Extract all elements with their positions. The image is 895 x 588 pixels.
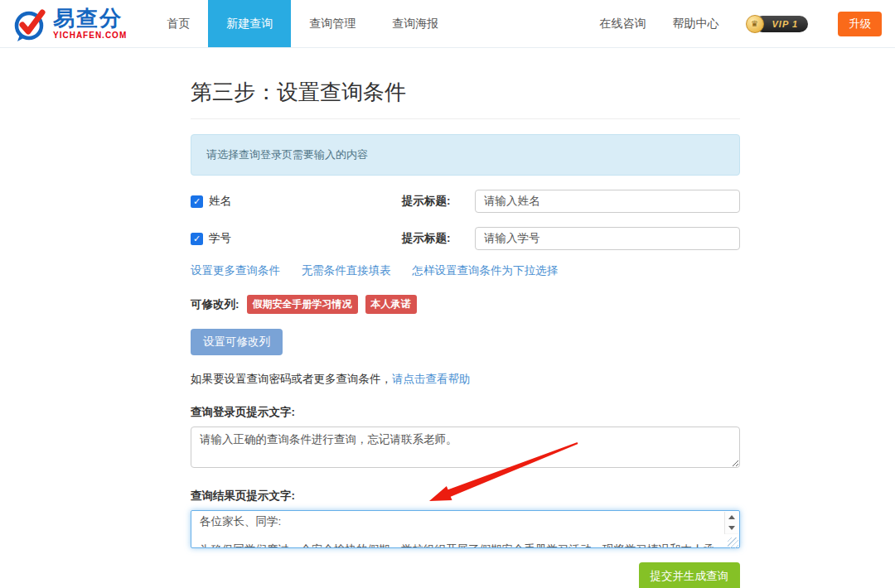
help-line-text: 如果要设置查询密码或者更多查询条件， (191, 373, 392, 385)
no-condition-link[interactable]: 无需条件直接填表 (302, 264, 391, 277)
editable-columns-label: 可修改列: (191, 297, 239, 312)
info-alert: 请选择查询登录页需要输入的内容 (191, 134, 740, 176)
yichafen-logo-icon (12, 5, 48, 43)
nav-item-query-poster[interactable]: 查询海报 (374, 0, 457, 47)
brand-name: 易查分 (53, 7, 127, 29)
nav-item-query-manage[interactable]: 查询管理 (291, 0, 374, 47)
brand-logo[interactable]: 易查分 YICHAFEN.COM (0, 0, 135, 47)
main-nav: 首页 新建查询 查询管理 查询海报 (148, 0, 457, 47)
nav-item-home[interactable]: 首页 (148, 0, 208, 47)
upgrade-button[interactable]: 升级 (838, 12, 882, 36)
header-right: 在线咨询 帮助中心 VIP 1 ♛ 升级 (600, 0, 895, 47)
scroll-up-icon (728, 515, 735, 519)
help-center-link[interactable]: 帮助中心 (673, 17, 719, 31)
editable-columns-row: 可修改列: 假期安全手册学习情况 本人承诺 (191, 295, 740, 314)
set-editable-columns-button[interactable]: 设置可修改列 (191, 329, 283, 355)
login-hint-textarea[interactable]: 请输入正确的查询条件进行查询，忘记请联系老师。 (191, 427, 740, 468)
scroll-down-button[interactable] (725, 523, 738, 533)
view-help-link[interactable]: 请点击查看帮助 (392, 373, 471, 385)
scroll-up-button[interactable] (725, 512, 738, 523)
name-checkbox[interactable]: ✓ (191, 195, 203, 208)
submit-generate-button[interactable]: 提交并生成查询 (639, 562, 741, 588)
textarea-scrollbar[interactable] (724, 512, 738, 534)
result-hint-textarea[interactable]: 各位家长、同学: 为确保同学们度过一个安全愉快的假期，学校组织开展了假期安全手册… (191, 510, 740, 548)
page-title: 第三步：设置查询条件 (191, 78, 740, 119)
scroll-down-icon (728, 526, 735, 530)
condition-row-name: ✓ 姓名 提示标题: (191, 190, 740, 213)
vip-level-label: VIP 1 (772, 19, 799, 29)
vip-badge[interactable]: VIP 1 ♛ (746, 15, 809, 33)
student-id-checkbox-label: 学号 (209, 231, 231, 246)
hint-title-label: 提示标题: (402, 231, 475, 246)
hint-title-label: 提示标题: (402, 194, 475, 209)
result-hint-textarea-wrap: 各位家长、同学: 为确保同学们度过一个安全愉快的假期，学校组织开展了假期安全手册… (191, 510, 740, 551)
brand-domain: YICHAFEN.COM (53, 31, 127, 40)
result-hint-label: 查询结果页提示文字: (191, 489, 740, 504)
help-line: 如果要设置查询密码或者更多查询条件，请点击查看帮助 (191, 372, 740, 387)
name-checkbox-label: 姓名 (209, 194, 231, 209)
student-id-checkbox[interactable]: ✓ (191, 233, 203, 245)
condition-row-student-id: ✓ 学号 提示标题: (191, 227, 740, 250)
editable-column-badge[interactable]: 本人承诺 (365, 295, 417, 314)
nav-item-new-query[interactable]: 新建查询 (208, 0, 291, 47)
name-hint-input[interactable] (475, 190, 740, 213)
condition-links: 设置更多查询条件 无需条件直接填表 怎样设置查询条件为下拉选择 (191, 263, 740, 278)
dropdown-condition-link[interactable]: 怎样设置查询条件为下拉选择 (413, 264, 559, 277)
top-header: 易查分 YICHAFEN.COM 首页 新建查询 查询管理 查询海报 在线咨询 … (0, 0, 895, 48)
main-content: 第三步：设置查询条件 请选择查询登录页需要输入的内容 ✓ 姓名 提示标题: ✓ … (191, 78, 740, 588)
more-conditions-link[interactable]: 设置更多查询条件 (191, 264, 280, 277)
student-id-hint-input[interactable] (475, 227, 740, 250)
vip-medal-icon: ♛ (746, 15, 764, 33)
online-support-link[interactable]: 在线咨询 (600, 17, 646, 31)
resize-handle[interactable] (728, 537, 738, 548)
login-hint-label: 查询登录页提示文字: (191, 405, 740, 420)
editable-column-badge[interactable]: 假期安全手册学习情况 (247, 295, 358, 314)
